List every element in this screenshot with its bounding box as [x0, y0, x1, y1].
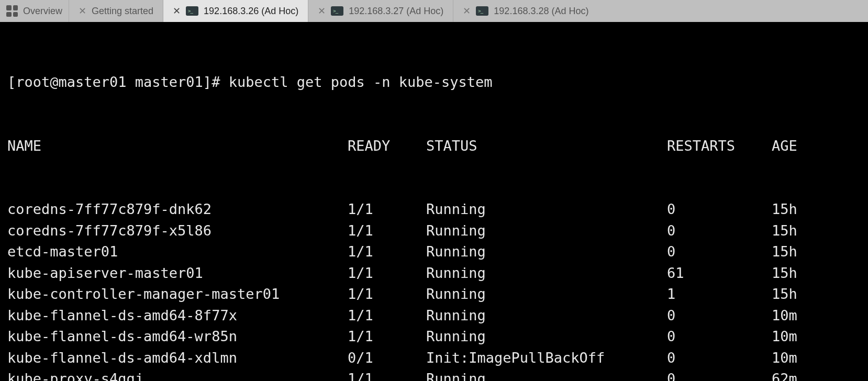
tab-label: 192.168.3.26 (Ad Hoc) — [204, 6, 298, 17]
tab-bar: Overview ✕Getting started✕192.168.3.26 (… — [0, 0, 868, 22]
table-row: kube-flannel-ds-amd64-wr85n1/1Running010… — [7, 326, 861, 348]
table-row: etcd-master011/1Running015h — [7, 241, 861, 263]
shell-command: kubectl get pods -n kube-system — [229, 72, 493, 93]
tab-session[interactable]: ✕192.168.3.28 (Ad Hoc) — [453, 0, 598, 22]
cell-name: kube-flannel-ds-amd64-8f77x — [7, 305, 348, 327]
cell-restarts: 0 — [667, 199, 772, 220]
cell-restarts: 0 — [667, 348, 772, 369]
cell-status: Running — [426, 241, 667, 263]
terminal-output[interactable]: [root@master01 master01]# kubectl get po… — [0, 22, 868, 381]
cell-name: kube-flannel-ds-amd64-xdlmn — [7, 348, 348, 369]
cell-restarts: 1 — [667, 284, 772, 305]
tab-label: 192.168.3.27 (Ad Hoc) — [349, 6, 443, 17]
cell-age: 15h — [772, 199, 861, 220]
close-icon[interactable]: ✕ — [173, 5, 181, 17]
cell-restarts: 0 — [667, 220, 772, 242]
cell-age: 15h — [772, 241, 861, 263]
col-header-name: NAME — [7, 136, 348, 157]
cell-status: Running — [426, 305, 667, 327]
cell-status: Running — [426, 220, 667, 242]
cell-status: Running — [426, 368, 667, 381]
cell-name: kube-apiserver-master01 — [7, 263, 348, 284]
tab-label: Getting started — [92, 6, 153, 17]
cell-age: 15h — [772, 263, 861, 284]
cell-name: kube-controller-manager-master01 — [7, 284, 348, 305]
cell-status: Running — [426, 284, 667, 305]
cell-ready: 0/1 — [348, 348, 426, 369]
col-header-ready: READY — [348, 136, 426, 157]
cell-status: Running — [426, 326, 667, 348]
cell-age: 15h — [772, 220, 861, 242]
tab-session[interactable]: ✕192.168.3.27 (Ad Hoc) — [308, 0, 453, 22]
col-header-age: AGE — [772, 136, 861, 157]
table-row: kube-flannel-ds-amd64-xdlmn0/1Init:Image… — [7, 348, 861, 369]
cell-name: kube-proxy-s4ggj — [7, 368, 348, 381]
tab-label: 192.168.3.28 (Ad Hoc) — [494, 6, 588, 17]
tab-overview[interactable]: Overview — [0, 0, 69, 22]
cell-restarts: 0 — [667, 326, 772, 348]
cell-restarts: 0 — [667, 368, 772, 381]
cell-ready: 1/1 — [348, 326, 426, 348]
cell-age: 62m — [772, 368, 861, 381]
grid-icon — [6, 5, 18, 17]
cell-age: 10m — [772, 348, 861, 369]
table-row: coredns-7ff77c879f-x5l861/1Running015h — [7, 220, 861, 242]
tab-session[interactable]: ✕Getting started — [69, 0, 163, 22]
shell-prompt: [root@master01 master01]# — [7, 72, 229, 93]
overview-label: Overview — [23, 6, 62, 17]
cell-name: etcd-master01 — [7, 241, 348, 263]
col-header-restarts: RESTARTS — [667, 136, 772, 157]
cell-name: kube-flannel-ds-amd64-wr85n — [7, 326, 348, 348]
cell-name: coredns-7ff77c879f-dnk62 — [7, 199, 348, 220]
table-row: coredns-7ff77c879f-dnk621/1Running015h — [7, 199, 861, 220]
cell-ready: 1/1 — [348, 263, 426, 284]
cell-ready: 1/1 — [348, 220, 426, 242]
cell-status: Running — [426, 263, 667, 284]
col-header-status: STATUS — [426, 136, 667, 157]
cell-ready: 1/1 — [348, 305, 426, 327]
cell-status: Running — [426, 199, 667, 220]
tab-session[interactable]: ✕192.168.3.26 (Ad Hoc) — [163, 0, 308, 22]
table-row: kube-apiserver-master011/1Running6115h — [7, 263, 861, 284]
cell-ready: 1/1 — [348, 199, 426, 220]
table-row: kube-controller-manager-master011/1Runni… — [7, 284, 861, 305]
cell-ready: 1/1 — [348, 368, 426, 381]
cell-status: Init:ImagePullBackOff — [426, 348, 667, 369]
terminal-icon — [331, 6, 343, 16]
cell-age: 10m — [772, 305, 861, 327]
table-row: kube-proxy-s4ggj1/1Running062m — [7, 368, 861, 381]
cell-ready: 1/1 — [348, 241, 426, 263]
cell-age: 15h — [772, 284, 861, 305]
table-row: kube-flannel-ds-amd64-8f77x1/1Running010… — [7, 305, 861, 327]
terminal-icon — [186, 6, 198, 16]
cell-restarts: 61 — [667, 263, 772, 284]
cell-restarts: 0 — [667, 241, 772, 263]
close-icon[interactable]: ✕ — [79, 5, 86, 17]
cell-ready: 1/1 — [348, 284, 426, 305]
cell-restarts: 0 — [667, 305, 772, 327]
cell-age: 10m — [772, 326, 861, 348]
close-icon[interactable]: ✕ — [463, 5, 471, 17]
table-header-row: NAMEREADYSTATUSRESTARTSAGE — [7, 136, 861, 157]
terminal-icon — [476, 6, 488, 16]
close-icon[interactable]: ✕ — [318, 5, 326, 17]
cell-name: coredns-7ff77c879f-x5l86 — [7, 220, 348, 242]
